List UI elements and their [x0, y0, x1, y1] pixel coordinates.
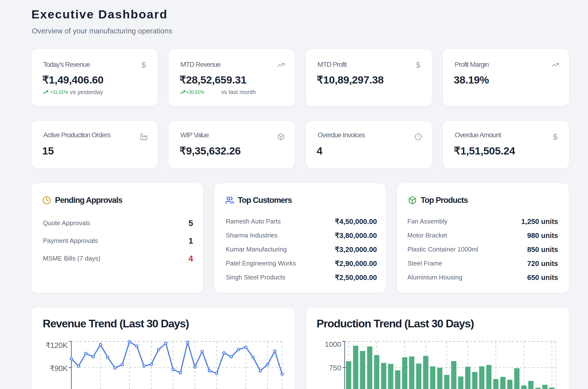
svg-text:₹90K: ₹90K: [50, 364, 68, 373]
svg-text:₹120K: ₹120K: [46, 341, 68, 350]
svg-text:750: 750: [329, 364, 341, 372]
svg-text:1000: 1000: [325, 340, 341, 348]
